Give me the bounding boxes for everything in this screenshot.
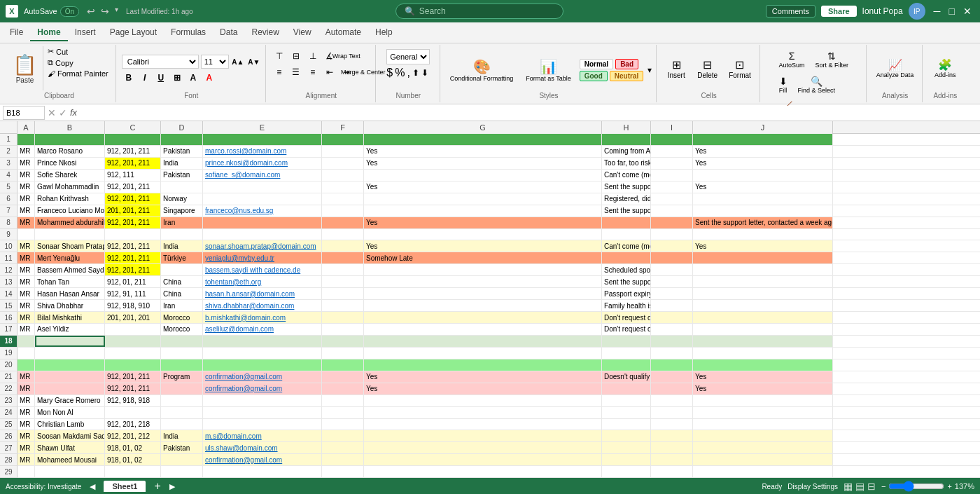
cell-J25[interactable] xyxy=(693,419,833,430)
col-header-h[interactable]: H xyxy=(602,121,651,134)
tab-formulas[interactable]: Formulas xyxy=(164,25,213,41)
cell-D26[interactable]: India xyxy=(161,430,203,441)
cell-F17[interactable] xyxy=(322,324,364,335)
cell-D20[interactable] xyxy=(161,359,203,371)
cell-E26[interactable]: m.s@domain.com xyxy=(203,430,322,441)
cell-J16[interactable] xyxy=(693,312,833,323)
cell-H15[interactable]: Family health issue, will attend online. xyxy=(602,300,651,311)
cell-J4[interactable] xyxy=(693,170,833,181)
col-header-e[interactable]: E xyxy=(203,121,322,134)
cell-D10[interactable]: India xyxy=(161,240,203,252)
cell-F4[interactable] xyxy=(322,170,364,181)
cell-D27[interactable]: Pakistan xyxy=(161,442,203,453)
cell-D19[interactable] xyxy=(161,348,203,359)
cell-A21[interactable]: MR xyxy=(18,371,35,383)
style-normal[interactable]: Normal xyxy=(580,59,613,69)
cell-A23[interactable]: MR xyxy=(18,395,35,406)
table-row[interactable]: MRTohan Tan912, 01, 211Chinatohentan@eth… xyxy=(18,276,980,288)
tab-insert[interactable]: Insert xyxy=(68,25,103,41)
cell-G3[interactable]: Yes xyxy=(364,158,602,169)
table-row[interactable] xyxy=(18,336,980,348)
cell-H21[interactable]: Doesn't qualify for travel expense. xyxy=(602,371,651,383)
cell-H11[interactable] xyxy=(602,252,651,263)
cell-C5[interactable]: 912, 201, 211 xyxy=(105,181,161,193)
cell-D29[interactable] xyxy=(161,466,203,477)
cell-B29[interactable] xyxy=(35,466,105,477)
cell-G5[interactable]: Yes xyxy=(364,181,602,193)
cell-J24[interactable] xyxy=(693,407,833,418)
col-header-d[interactable]: D xyxy=(161,121,203,134)
cell-G12[interactable] xyxy=(364,264,602,275)
cell-E1[interactable] xyxy=(203,134,322,145)
cell-E24[interactable] xyxy=(203,407,322,418)
page-break-icon[interactable]: ⊟ xyxy=(867,481,876,492)
cell-E6[interactable] xyxy=(203,193,322,205)
cell-C25[interactable]: 912, 201, 218 xyxy=(105,419,161,430)
cell-A2[interactable]: MR xyxy=(18,146,35,157)
table-row[interactable]: MRSofie Sharek912, 111Pakistansofiane_s@… xyxy=(18,170,980,181)
tab-review[interactable]: Review xyxy=(244,25,286,41)
autosave-state[interactable]: On xyxy=(60,6,79,17)
cell-J1[interactable] xyxy=(693,134,833,145)
percent-button[interactable]: % xyxy=(395,67,405,79)
cell-J7[interactable] xyxy=(693,205,833,217)
cell-J14[interactable] xyxy=(693,288,833,299)
cell-H12[interactable]: Scheduled spoke in person. xyxy=(602,264,651,275)
cell-G17[interactable] xyxy=(364,324,602,335)
cell-A16[interactable]: MR xyxy=(18,312,35,323)
cell-J28[interactable] xyxy=(693,454,833,465)
cell-B2[interactable]: Marco Rosano xyxy=(35,146,105,157)
cell-C14[interactable]: 912, 91, 111 xyxy=(105,288,161,299)
align-bottom-button[interactable]: ⊥ xyxy=(305,49,321,63)
sheet-tab[interactable]: Sheet1 xyxy=(104,481,146,492)
cell-I9[interactable] xyxy=(651,229,693,240)
page-layout-icon[interactable]: ▤ xyxy=(855,481,864,492)
close-button[interactable]: ✕ xyxy=(960,6,974,17)
display-settings-button[interactable]: Display Settings xyxy=(788,483,838,490)
align-left-button[interactable]: ≡ xyxy=(272,65,287,79)
redo-button[interactable]: ↪ xyxy=(99,6,111,17)
cell-H24[interactable] xyxy=(602,407,651,418)
cell-B12[interactable]: Bassem Ahmed Saydi xyxy=(35,264,105,275)
cell-I12[interactable] xyxy=(651,264,693,275)
cell-I26[interactable] xyxy=(651,430,693,441)
cell-I13[interactable] xyxy=(651,276,693,287)
cell-B13[interactable]: Tohan Tan xyxy=(35,276,105,287)
cell-J27[interactable] xyxy=(693,442,833,453)
table-row[interactable]: MRMon Non Al xyxy=(18,407,980,419)
cell-A18[interactable] xyxy=(18,336,35,347)
cell-D25[interactable] xyxy=(161,419,203,430)
cell-J11[interactable] xyxy=(693,252,833,263)
cell-A26[interactable]: MR xyxy=(18,430,35,441)
cell-D7[interactable]: Singapore xyxy=(161,205,203,217)
cell-F21[interactable] xyxy=(322,371,364,383)
cell-I21[interactable] xyxy=(651,371,693,383)
cell-G23[interactable] xyxy=(364,395,602,406)
cell-C20[interactable] xyxy=(105,359,161,371)
cell-C7[interactable]: 201, 201, 211 xyxy=(105,205,161,217)
fill-color-button[interactable]: A xyxy=(186,71,200,85)
cell-J20[interactable] xyxy=(693,359,833,371)
cell-E18[interactable] xyxy=(203,336,322,347)
cell-E13[interactable]: tohentan@eth.org xyxy=(203,276,322,287)
cell-G20[interactable] xyxy=(364,359,602,371)
cell-D13[interactable]: China xyxy=(161,276,203,287)
cell-C29[interactable] xyxy=(105,466,161,477)
minimize-button[interactable]: ─ xyxy=(931,6,944,17)
table-row[interactable]: MR912, 201, 211confirmation@gmail.comYes… xyxy=(18,383,980,395)
cell-C9[interactable] xyxy=(105,229,161,240)
col-header-c[interactable]: C xyxy=(105,121,161,134)
cell-E3[interactable]: prince.nkosi@domain.com xyxy=(203,158,322,169)
cell-A3[interactable]: MR xyxy=(18,158,35,169)
cell-E12[interactable]: bassem.saydi with cadence.de xyxy=(203,264,322,275)
cell-H2[interactable]: Coming from Austria. xyxy=(602,146,651,157)
add-sheet-button[interactable]: + xyxy=(154,480,160,493)
cell-B7[interactable]: Franceco Luciano Monaco xyxy=(35,205,105,217)
fill-button[interactable]: ⬇ Fill xyxy=(775,73,792,97)
table-row[interactable]: MRMarco Rosano912, 201, 211Pakistanmarco… xyxy=(18,146,980,158)
cell-H29[interactable] xyxy=(602,466,651,477)
formula-input[interactable] xyxy=(80,106,977,120)
cell-F16[interactable] xyxy=(322,312,364,323)
cell-G21[interactable]: Yes xyxy=(364,371,602,383)
nav-prev-button[interactable]: ◀ xyxy=(90,482,95,491)
